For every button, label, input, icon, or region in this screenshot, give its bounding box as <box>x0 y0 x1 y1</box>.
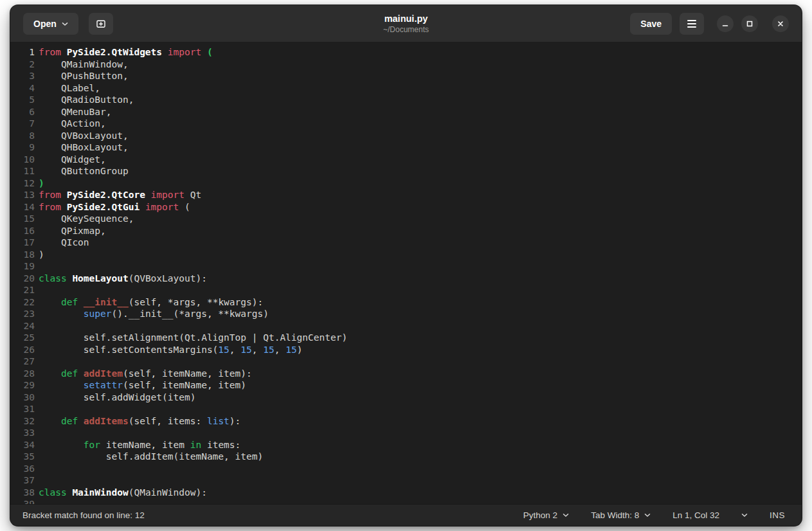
code-line-text <box>35 284 39 296</box>
line-number: 2 <box>10 59 35 71</box>
code-line-text: self.addItem(itemName, item) <box>35 451 263 463</box>
code-line-text: QPixmap, <box>35 225 106 237</box>
code-token <box>201 47 207 57</box>
code-token: addItems <box>84 416 129 426</box>
code-line[interactable]: 2 QMainWindow, <box>10 59 802 71</box>
code-line[interactable]: 10 QWidget, <box>10 154 802 166</box>
code-token: PySide2.QtWidgets <box>67 47 162 57</box>
code-token: QRadioButton, <box>39 94 134 105</box>
code-line[interactable]: 34 for itemName, item in items: <box>10 439 802 451</box>
code-line-text: from PySide2.QtGui import ( <box>35 201 190 213</box>
code-token: def <box>61 368 78 379</box>
code-line[interactable]: 12) <box>10 177 802 190</box>
line-number: 6 <box>10 106 35 118</box>
code-line[interactable]: 36 <box>10 463 802 475</box>
code-line[interactable]: 6 QMenuBar, <box>10 106 802 118</box>
code-line[interactable]: 4 QLabel, <box>10 82 802 94</box>
code-line[interactable]: 33 <box>10 427 802 439</box>
line-number: 26 <box>10 344 35 356</box>
code-line[interactable]: 14from PySide2.QtGui import ( <box>10 201 802 213</box>
line-number: 14 <box>10 201 35 213</box>
line-number: 1 <box>10 46 35 59</box>
code-token: super <box>84 309 112 319</box>
code-line[interactable]: 30 self.addWidget(item) <box>10 392 802 404</box>
code-line[interactable]: 22 def __init__(self, *args, **kwargs): <box>10 296 802 309</box>
code-token: (self, itemName, item) <box>123 380 246 390</box>
code-token: ) <box>39 249 44 260</box>
line-number: 27 <box>10 356 35 368</box>
code-line[interactable]: 17 QIcon <box>10 237 802 249</box>
tab-width-selector[interactable]: Tab Width: 8 <box>591 510 651 520</box>
code-line[interactable]: 7 QAction, <box>10 118 802 130</box>
language-label: Python 2 <box>523 510 557 520</box>
language-selector[interactable]: Python 2 <box>523 510 569 520</box>
code-line[interactable]: 5 QRadioButton, <box>10 94 802 106</box>
code-token: QLabel, <box>39 83 100 93</box>
position-menu-button[interactable] <box>741 513 748 518</box>
line-number: 15 <box>10 213 35 225</box>
code-line[interactable]: 39 <box>10 498 802 504</box>
close-button[interactable] <box>772 15 789 32</box>
code-line[interactable]: 11 QButtonGroup <box>10 165 802 177</box>
code-line[interactable]: 28 def addItem(self, itemName, item): <box>10 368 802 380</box>
code-token: QKeySequence, <box>39 213 134 224</box>
code-line[interactable]: 38class MainWindow(QMainWindow): <box>10 487 802 499</box>
code-line-text: self.setAlignment(Qt.AlignTop | Qt.Align… <box>35 332 347 344</box>
code-line[interactable]: 13from PySide2.QtCore import Qt <box>10 189 802 201</box>
line-number: 37 <box>10 474 35 487</box>
code-line[interactable]: 37 <box>10 474 802 487</box>
code-line-text: QWidget, <box>35 154 106 166</box>
window-title: mainui.py <box>383 14 429 24</box>
code-editor[interactable]: 1from PySide2.QtWidgets import (2 QMainW… <box>10 42 802 504</box>
code-line[interactable]: 35 self.addItem(itemName, item) <box>10 451 802 463</box>
new-tab-button[interactable] <box>89 13 113 35</box>
code-line[interactable]: 3 QPushButton, <box>10 70 802 82</box>
code-line[interactable]: 31 <box>10 403 802 415</box>
code-token: ): <box>230 416 240 426</box>
code-line[interactable]: 1from PySide2.QtWidgets import ( <box>10 46 802 59</box>
code-line[interactable]: 24 <box>10 320 802 332</box>
menu-button[interactable] <box>680 13 704 35</box>
statusbar-right: Python 2 Tab Width: 8 Ln 1, Col 32 INS <box>523 510 790 520</box>
code-line[interactable]: 29 setattr(self, itemName, item) <box>10 379 802 392</box>
code-token: self.setContentsMargins( <box>39 345 218 355</box>
code-line[interactable]: 20class HomeLayout(QVBoxLayout): <box>10 273 802 285</box>
code-line[interactable]: 8 QVBoxLayout, <box>10 130 802 142</box>
code-token: (QVBoxLayout): <box>129 273 207 284</box>
code-line[interactable]: 21 <box>10 284 802 296</box>
line-number: 8 <box>10 130 35 142</box>
line-number: 19 <box>10 260 35 273</box>
save-button[interactable]: Save <box>630 13 672 35</box>
maximize-button[interactable] <box>741 15 758 32</box>
close-icon <box>776 19 785 28</box>
code-token: MainWindow <box>72 487 128 498</box>
line-number: 10 <box>10 154 35 166</box>
code-token <box>61 190 67 200</box>
code-token: ) <box>39 178 44 188</box>
code-token: (self, itemName, item): <box>123 368 252 379</box>
line-number: 38 <box>10 487 35 499</box>
code-line[interactable]: 19 <box>10 260 802 273</box>
code-line[interactable]: 27 <box>10 356 802 368</box>
code-line[interactable]: 32 def addItems(self, items: list): <box>10 415 802 428</box>
code-token: QPixmap, <box>39 226 106 236</box>
code-line-text: QHBoxLayout, <box>35 141 129 154</box>
code-token: , <box>252 345 263 355</box>
code-token: from <box>39 202 61 212</box>
open-button[interactable]: Open <box>23 13 78 35</box>
minimize-button[interactable] <box>717 15 734 32</box>
code-line[interactable]: 26 self.setContentsMargins(15, 15, 15, 1… <box>10 344 802 356</box>
code-line-text: for itemName, item in items: <box>35 439 240 451</box>
code-line[interactable]: 16 QPixmap, <box>10 225 802 237</box>
code-line[interactable]: 25 self.setAlignment(Qt.AlignTop | Qt.Al… <box>10 332 802 344</box>
code-token: import <box>145 202 179 212</box>
code-token: HomeLayout <box>72 273 128 284</box>
code-line-text: QButtonGroup <box>35 165 129 177</box>
code-token <box>61 202 67 212</box>
code-line[interactable]: 23 super().__init__(*args, **kwargs) <box>10 308 802 320</box>
code-line[interactable]: 15 QKeySequence, <box>10 213 802 225</box>
code-line-text: self.addWidget(item) <box>35 392 195 404</box>
line-number: 17 <box>10 237 35 249</box>
code-line[interactable]: 18) <box>10 249 802 261</box>
code-line[interactable]: 9 QHBoxLayout, <box>10 141 802 154</box>
